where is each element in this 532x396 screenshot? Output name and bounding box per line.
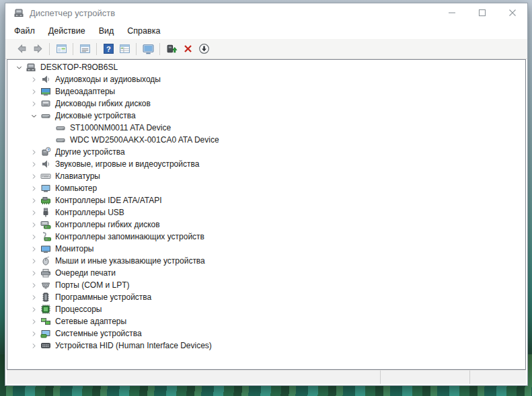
system-device-icon — [40, 328, 51, 339]
chevron-collapsed-icon[interactable] — [29, 196, 38, 205]
tree-item[interactable]: Аудиовходы и аудиовыходы — [7, 73, 525, 85]
arrow-right-icon — [32, 43, 44, 54]
tree-item[interactable]: Контроллеры IDE ATA/ATAPI — [7, 194, 525, 206]
chevron-collapsed-icon[interactable] — [29, 341, 38, 350]
scan-hardware-changes-button[interactable] — [140, 41, 156, 57]
close-icon — [508, 9, 517, 17]
chevron-spacer — [44, 123, 53, 132]
close-button[interactable] — [497, 3, 527, 22]
update-driver-button[interactable] — [163, 41, 180, 57]
toolbar-separator — [96, 43, 97, 55]
arrow-left-icon — [16, 43, 28, 54]
show-console-tree-button[interactable] — [53, 41, 69, 57]
tree-item[interactable]: Контроллеры запоминающих устройств — [7, 231, 525, 243]
tree-item-label: DESKTOP-R9OB6SL — [40, 63, 118, 72]
tree-item[interactable]: Компьютер — [7, 182, 525, 194]
items-view-button[interactable] — [116, 41, 132, 57]
tree-item[interactable]: Системные устройства — [7, 327, 525, 340]
device-manager-app-icon — [13, 7, 24, 18]
chevron-collapsed-icon[interactable] — [29, 184, 38, 193]
tree-item[interactable]: ST1000NM0011 ATA Device — [7, 122, 525, 134]
minimize-button[interactable] — [436, 3, 467, 22]
tree-item-label: Дисковые устройства — [55, 111, 136, 120]
titlebar[interactable]: Диспетчер устройств — [5, 3, 527, 22]
tree-item[interactable]: Очереди печати — [7, 267, 525, 279]
tree-item[interactable]: WDC WD2500AAKX-001CA0 ATA Device — [7, 134, 525, 146]
back-button[interactable] — [13, 41, 30, 57]
menu-item-file[interactable]: Файл — [7, 24, 42, 38]
chevron-expanded-icon[interactable] — [29, 111, 38, 120]
tree-item[interactable]: Контроллеры USB — [7, 206, 525, 219]
maximize-button[interactable] — [467, 3, 497, 22]
forward-button[interactable] — [30, 41, 46, 57]
list-window-icon — [119, 43, 130, 54]
unknown-device-icon: ? — [40, 147, 51, 157]
help-button[interactable]: ? — [100, 41, 116, 57]
tree-item-label: Программные устройства — [55, 292, 151, 302]
chevron-collapsed-icon[interactable] — [29, 305, 38, 314]
tree-item[interactable]: Мониторы — [7, 243, 525, 255]
port-connector-icon — [40, 280, 51, 290]
tree-item[interactable]: DESKTOP-R9OB6SL — [7, 61, 525, 73]
tree-item[interactable]: ?Другие устройства — [7, 146, 525, 158]
chevron-collapsed-icon[interactable] — [29, 87, 38, 96]
tree-item-label: Контроллеры запоминающих устройств — [55, 232, 204, 241]
tree-item[interactable]: Устройства HID (Human Interface Devices) — [7, 340, 525, 352]
chevron-spacer — [44, 135, 53, 145]
chevron-collapsed-icon[interactable] — [29, 317, 38, 326]
tree-item[interactable]: Звуковые, игровые и видеоустройства — [7, 158, 525, 170]
toolbar-separator — [159, 43, 160, 55]
usb-controller-icon — [40, 207, 51, 218]
tree-item[interactable]: Контроллеры гибких дисков — [7, 219, 525, 231]
scan-monitor-icon — [143, 43, 154, 54]
tree-item-label: Контроллеры USB — [55, 208, 124, 217]
tree-item[interactable]: Дисковые устройства — [7, 110, 525, 122]
hid-device-icon — [40, 340, 51, 351]
tree-item[interactable]: Порты (COM и LPT) — [7, 279, 525, 291]
chevron-collapsed-icon[interactable] — [29, 159, 38, 169]
chevron-collapsed-icon[interactable] — [29, 244, 38, 253]
tree-item[interactable]: Мыши и иные указывающие устройства — [7, 255, 525, 267]
disable-arrow-icon — [198, 43, 210, 54]
tree-item-label: Дисководы гибких дисков — [55, 99, 151, 108]
tree-item[interactable]: Дисководы гибких дисков — [7, 97, 525, 110]
chevron-collapsed-icon[interactable] — [29, 147, 38, 157]
chevron-collapsed-icon[interactable] — [29, 75, 38, 84]
chevron-collapsed-icon[interactable] — [29, 268, 38, 278]
disable-device-button[interactable] — [196, 41, 212, 57]
tree-item[interactable]: Сетевые адаптеры — [7, 315, 525, 327]
status-segment-2 — [469, 370, 526, 384]
chevron-collapsed-icon[interactable] — [29, 280, 38, 290]
tree-item-label: Порты (COM и LPT) — [55, 280, 130, 290]
chevron-expanded-icon[interactable] — [14, 63, 24, 72]
mouse-icon — [40, 255, 51, 266]
menu-item-help[interactable]: Справка — [120, 24, 167, 38]
floppy-controller-icon — [40, 219, 51, 230]
tree-item-label: ST1000NM0011 ATA Device — [70, 123, 171, 132]
tree-item-label: Мониторы — [55, 244, 93, 253]
printer-icon — [40, 268, 51, 278]
chevron-collapsed-icon[interactable] — [29, 292, 38, 302]
tree-item-label: Другие устройства — [55, 147, 125, 157]
chevron-collapsed-icon[interactable] — [29, 171, 38, 181]
properties-button[interactable] — [77, 41, 93, 57]
chevron-collapsed-icon[interactable] — [29, 329, 38, 338]
chevron-collapsed-icon[interactable] — [29, 220, 38, 229]
desktop-wallpaper: Диспетчер устройств ФайлДействиеВидСправ… — [0, 0, 532, 396]
menu-item-view[interactable]: Вид — [92, 24, 121, 38]
chevron-collapsed-icon[interactable] — [29, 232, 38, 241]
tree-item[interactable]: Процессоры — [7, 303, 525, 315]
tree-panel: DESKTOP-R9OB6SLАудиовходы и аудиовыходыВ… — [7, 59, 526, 370]
chevron-collapsed-icon[interactable] — [29, 208, 38, 217]
network-adapter-icon — [40, 316, 51, 327]
tree-item-label: Компьютер — [55, 184, 97, 193]
chevron-collapsed-icon[interactable] — [29, 99, 38, 108]
toolbar-separator — [136, 43, 137, 55]
tree-item-label: Сетевые адаптеры — [55, 317, 126, 326]
chevron-collapsed-icon[interactable] — [29, 256, 38, 266]
tree-item[interactable]: Программные устройства — [7, 291, 525, 303]
menu-item-action[interactable]: Действие — [42, 24, 92, 38]
uninstall-device-button[interactable] — [180, 41, 196, 57]
tree-item[interactable]: Клавиатуры — [7, 170, 525, 182]
tree-item[interactable]: Видеоадаптеры — [7, 85, 525, 97]
